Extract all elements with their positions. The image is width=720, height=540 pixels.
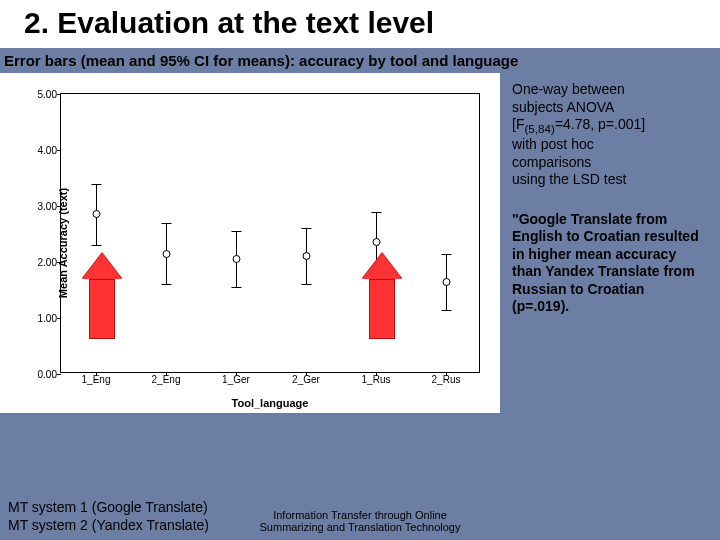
anova-text: =4.78, p=.001] (555, 116, 645, 132)
content-row: Mean Accuracy (text) 0.001.002.003.004.0… (0, 73, 720, 413)
page-title: 2. Evaluation at the text level (24, 6, 696, 40)
anova-text: comparisons (512, 154, 591, 170)
anova-text: One-way between (512, 81, 625, 97)
data-point (96, 94, 97, 374)
mean-marker (92, 210, 100, 218)
footer-text: Information Transfer through Online Summ… (250, 509, 470, 534)
legend-line: MT system 2 (Yandex Translate) (8, 517, 209, 535)
legend-line: MT system 1 (Google Translate) (8, 499, 209, 517)
mean-marker (302, 252, 310, 260)
title-bar: 2. Evaluation at the text level (0, 0, 720, 48)
chart-subtitle: Error bars (mean and 95% CI for means): … (0, 48, 720, 73)
x-axis-label: Tool_language (60, 397, 480, 409)
mean-marker (372, 238, 380, 246)
data-point (446, 94, 447, 374)
anova-text: [F (512, 116, 524, 132)
anova-text: with post hoc (512, 136, 594, 152)
data-point (306, 94, 307, 374)
legend: MT system 1 (Google Translate) MT system… (8, 499, 209, 534)
mean-marker (162, 250, 170, 258)
anova-text: using the LSD test (512, 171, 626, 187)
data-point (166, 94, 167, 374)
side-notes: One-way between subjects ANOVA [F(5,84)=… (500, 73, 708, 413)
data-point (376, 94, 377, 374)
mean-marker (442, 278, 450, 286)
anova-text: subjects ANOVA (512, 99, 614, 115)
chart-panel: Mean Accuracy (text) 0.001.002.003.004.0… (0, 73, 500, 413)
anova-sub: (5,84) (524, 122, 554, 135)
result-quote: "Google Translate from English to Croati… (512, 211, 704, 316)
data-point (236, 94, 237, 374)
mean-marker (232, 255, 240, 263)
chart-plot-area: 0.001.002.003.004.005.001_Eng2_Eng1_Ger2… (60, 93, 480, 373)
